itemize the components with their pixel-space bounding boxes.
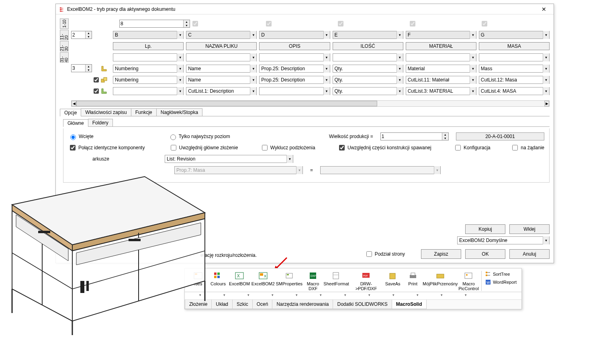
scroll-right-icon[interactable]: ▶ xyxy=(544,101,549,106)
r5-name[interactable]: Name▼ xyxy=(186,76,257,84)
r6-c6[interactable]: CutList.4: MASA▼ xyxy=(479,87,550,95)
rtab-macrosolid[interactable]: MacroSolid xyxy=(392,300,427,309)
rtab-dodatki[interactable]: Dodatki SOLIDWORKS xyxy=(333,300,392,309)
empty-combo-2[interactable]: ▼ xyxy=(186,53,257,61)
hdr-ilosc[interactable]: ILOŚĆ xyxy=(333,42,403,50)
up-arrow-icon[interactable]: ▲ xyxy=(184,20,190,24)
hdr-material[interactable]: MATERIAŁ xyxy=(406,42,476,50)
tab-opcje[interactable]: Opcje xyxy=(60,109,81,116)
empty-combo-1[interactable]: ▼ xyxy=(113,53,184,61)
empty-combo-6[interactable]: ▼ xyxy=(479,53,550,61)
down-arrow-icon[interactable]: ▼ xyxy=(184,24,190,27)
ribbon-print[interactable]: Print xyxy=(403,270,423,292)
r5-desc[interactable]: Prop.25: Description▼ xyxy=(259,76,330,84)
chevron-down-icon[interactable]: ▼ xyxy=(177,31,183,39)
rtab-ocen[interactable]: Oceń xyxy=(252,300,273,309)
spinner-8[interactable]: ▲▼ xyxy=(119,20,190,28)
r5-qty[interactable]: Qty.▼ xyxy=(333,76,403,84)
wielkosc-input[interactable] xyxy=(381,133,442,140)
spinner-2-input[interactable] xyxy=(72,31,85,39)
r5-numbering[interactable]: Numbering▼ xyxy=(113,76,184,84)
chk-uwzglednij-spaw[interactable]: Uwzględnij części konstrukcji spawanej xyxy=(337,144,431,152)
col-letter-D[interactable]: D▼ xyxy=(259,31,330,39)
r6-c5[interactable]: CutList.3: MATERIAL▼ xyxy=(406,87,476,95)
r6-c3[interactable]: ▼ xyxy=(259,87,330,95)
ribbon-excelbom[interactable]: XExcelBOM xyxy=(228,270,251,292)
subtab-glowne[interactable]: Główne xyxy=(63,119,88,127)
chk-wyklucz[interactable]: Wyklucz podzłożenia xyxy=(260,144,315,152)
col-chk-5[interactable] xyxy=(482,21,487,26)
col-chk-4[interactable] xyxy=(410,21,415,26)
hdr-nazwa[interactable]: NAZWA PLIKU xyxy=(186,42,257,50)
r6-c2[interactable]: CutList.1: Description▼ xyxy=(186,87,257,95)
close-button[interactable]: ✕ xyxy=(536,4,552,14)
ribbon-smproperties[interactable]: SMProperties xyxy=(276,270,303,292)
hdr-opis[interactable]: OPIS xyxy=(259,42,330,50)
profile-combo[interactable]: ExcelBOM2 Domyślne▼ xyxy=(457,236,550,244)
vtab-21-30[interactable]: 21-30 xyxy=(60,41,69,51)
empty-combo-5[interactable]: ▼ xyxy=(406,53,476,61)
tab-naglowek[interactable]: Nagłówek/Stopka xyxy=(156,108,202,116)
rtab-szkic[interactable]: Szkic xyxy=(232,300,253,309)
chk-polacz[interactable]: Połącz identyczne komponenty xyxy=(68,144,145,152)
empty-combo-3[interactable]: ▼ xyxy=(259,53,330,61)
col-chk-3[interactable] xyxy=(338,21,343,26)
col-letter-E[interactable]: E▼ xyxy=(333,31,403,39)
vtab-11-20[interactable]: 11-20 xyxy=(60,30,69,40)
ok-button[interactable]: OK xyxy=(465,249,505,259)
kopiuj-button[interactable]: Kopiuj xyxy=(465,224,505,234)
r6-c1[interactable]: ▼ xyxy=(113,87,184,95)
rtab-uklad[interactable]: Układ xyxy=(211,300,233,309)
ribbon-drwpdf[interactable]: PDFDRW->PDF/DXF xyxy=(349,270,383,292)
ribbon-sorttree[interactable]: SortTree xyxy=(485,271,517,277)
ribbon-macrodxf[interactable]: DXFMacro DXF xyxy=(303,270,323,292)
r5-material[interactable]: CutList.11: Materiał▼ xyxy=(406,76,476,84)
scroll-left-icon[interactable]: ◀ xyxy=(72,101,76,106)
vtab-1-10[interactable]: 1-10 xyxy=(60,18,69,29)
chk-na-zadanie[interactable]: na żądanie xyxy=(511,144,544,152)
col-chk-1[interactable] xyxy=(192,21,198,26)
row5-chk[interactable] xyxy=(94,77,99,83)
horizontal-scrollbar[interactable]: ◀ ▶ xyxy=(71,100,550,107)
r6-c4[interactable]: Qty.▼ xyxy=(333,87,403,95)
spinner-8-input[interactable] xyxy=(120,20,183,27)
zapisz-button[interactable]: Zapisz xyxy=(421,249,461,259)
ribbon-wordreport[interactable]: WWordReport xyxy=(485,279,517,285)
col-chk-2[interactable] xyxy=(266,21,272,26)
hdr-lp[interactable]: Lp. xyxy=(113,42,184,50)
r4-desc[interactable]: Prop.25: Description▼ xyxy=(259,65,330,73)
ribbon-sheetformat[interactable]: SheetFormat xyxy=(323,270,349,292)
col-letter-F[interactable]: F▼ xyxy=(406,31,476,39)
ribbon-mojplik[interactable]: MójPlikPrzenośny xyxy=(423,270,458,292)
radio-tylko[interactable]: Tylko najwyższy poziom xyxy=(168,133,230,140)
r4-qty[interactable]: Qty.▼ xyxy=(333,65,403,73)
wielkosc-spinner[interactable]: ▲▼ xyxy=(380,132,449,140)
col-letter-B[interactable]: B▼ xyxy=(113,31,184,39)
tab-funkcje[interactable]: Funkcje xyxy=(131,108,157,116)
subtab-foldery[interactable]: Foldery xyxy=(88,119,113,126)
r4-material[interactable]: Material▼ xyxy=(406,65,476,73)
ribbon-macropic[interactable]: Macro PicControl xyxy=(458,270,480,292)
hdr-masa[interactable]: MASA xyxy=(479,42,550,50)
r4-name[interactable]: Name▼ xyxy=(186,65,257,73)
r4-mass[interactable]: Mass▼ xyxy=(479,65,550,73)
empty-combo-4[interactable]: ▼ xyxy=(333,53,403,61)
wklej-button[interactable]: Wklej xyxy=(509,224,550,234)
rtab-render[interactable]: Narzędzia renderowania xyxy=(272,300,333,309)
tab-wlasciwosci[interactable]: Właściwości zapisu xyxy=(81,108,131,116)
spinner-3-input[interactable] xyxy=(72,65,85,72)
ribbon-saveas[interactable]: SaveAs xyxy=(383,270,403,292)
r4-numbering[interactable]: Numbering▼ xyxy=(113,65,184,73)
col-letter-G[interactable]: G▼ xyxy=(479,31,550,39)
r5-mass[interactable]: CutList.12: Masa▼ xyxy=(479,76,550,84)
chk-podzial[interactable]: Podział strony xyxy=(365,250,405,258)
chk-uwzglednij-glowne[interactable]: Uwzględnij główne złożenie xyxy=(169,144,238,152)
row6-chk[interactable] xyxy=(94,88,99,94)
scroll-thumb[interactable] xyxy=(76,101,377,106)
ribbon-excelbom2[interactable]: XExcelBOM2 xyxy=(251,270,275,292)
ribbon-colours[interactable]: Colours xyxy=(208,270,228,292)
spinner-3[interactable]: ▲▼ xyxy=(71,64,92,72)
radio-wciete[interactable]: Wcięte xyxy=(68,133,94,140)
chk-konfig[interactable]: Konfiguracja xyxy=(454,144,491,152)
spinner-2[interactable]: ▲▼ xyxy=(71,31,92,39)
